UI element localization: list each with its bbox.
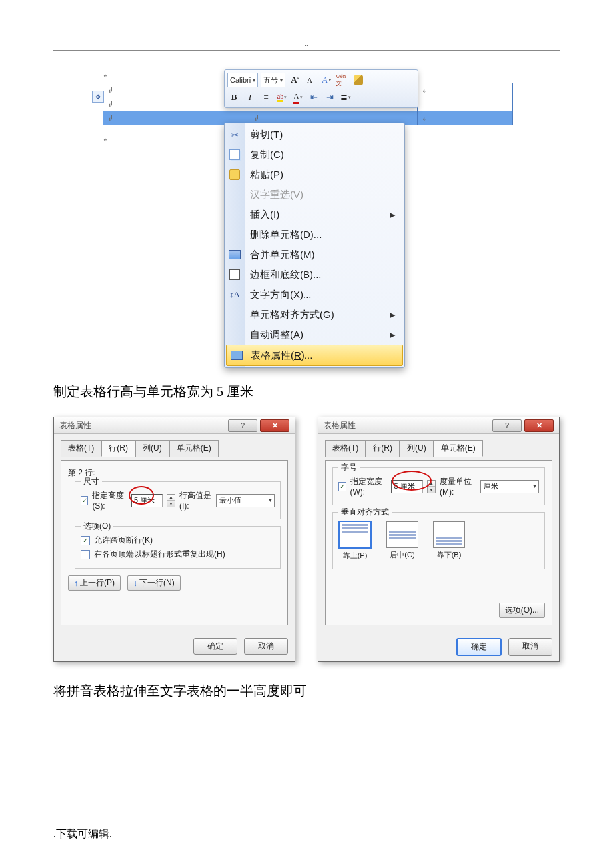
ok-button[interactable]: 确定: [193, 638, 237, 655]
dialog-tabs: 表格(T) 行(R) 列(U) 单元格(E): [325, 439, 552, 456]
menu-insert[interactable]: 插入(I)▶: [225, 205, 404, 225]
word-screenshot-1: ↲ ↲ ✥ ↲↲ ↲ ↲↲↲ Calibri▾ 五号▾ Aˆ Aˇ A▾ wén…: [93, 69, 520, 363]
ok-button[interactable]: 确定: [456, 638, 502, 656]
dialog-tabs: 表格(T) 行(R) 列(U) 单元格(E): [61, 439, 288, 456]
options-group-label: 选项(O): [81, 521, 113, 532]
font-name-dropdown[interactable]: Calibri▾: [227, 73, 258, 87]
dialog-title: 表格属性: [324, 420, 356, 431]
instruction-text-1: 制定表格行高与单元格宽为 5 厘米: [53, 383, 560, 401]
help-button[interactable]: ?: [492, 419, 522, 432]
specify-width-label: 指定宽度(W):: [350, 476, 388, 497]
instruction-text-2: 将拼音表格拉伸至文字表格的一半高度即可: [53, 682, 560, 700]
unit-select[interactable]: 厘米: [480, 480, 539, 493]
merge-cells-icon: [229, 249, 241, 261]
justify-button[interactable]: ≡: [259, 91, 273, 104]
specify-width-checkbox[interactable]: ✓: [338, 482, 346, 491]
menu-borders-shading[interactable]: 边框和底纹(B)...: [225, 265, 404, 285]
cut-icon: ✂: [229, 129, 241, 141]
valign-bottom-option[interactable]: 靠下(B): [433, 521, 465, 560]
italic-button[interactable]: I: [243, 91, 257, 104]
tab-table[interactable]: 表格(T): [325, 440, 366, 457]
table-properties-dialog-cell: 表格属性 ? ✕ 表格(T) 行(R) 列(U) 单元格(E) 字号 ✓: [318, 417, 560, 662]
repeat-header-label: 在各页顶端以标题行形式重复出现(H): [94, 549, 225, 560]
row-height-type-select[interactable]: 最小值: [216, 494, 275, 507]
brush-icon: [354, 75, 363, 85]
row-height-spinner[interactable]: ▲▼: [167, 494, 175, 507]
table-properties-icon: [231, 349, 243, 361]
bold-button[interactable]: B: [227, 91, 241, 104]
tab-cell[interactable]: 单元格(E): [434, 440, 483, 457]
highlight-button[interactable]: ab▾: [275, 91, 289, 104]
menu-text-direction[interactable]: ↕A文字方向(X)...: [225, 285, 404, 305]
repeat-header-checkbox[interactable]: [81, 550, 90, 559]
page-header-rule: [53, 50, 560, 51]
specify-height-checkbox[interactable]: ✓: [81, 496, 88, 505]
help-button[interactable]: ?: [228, 419, 257, 432]
dialog-titlebar[interactable]: 表格属性 ? ✕: [318, 417, 559, 434]
menu-merge-cells[interactable]: 合并单元格(M): [225, 245, 404, 265]
dialog-titlebar[interactable]: 表格属性 ? ✕: [54, 417, 295, 434]
menu-table-properties[interactable]: 表格属性(R)...: [226, 345, 403, 366]
font-size-dropdown[interactable]: 五号▾: [261, 73, 285, 87]
page-footer-note: .下载可编辑.: [53, 827, 112, 841]
valign-group-label: 垂直对齐方式: [338, 507, 392, 518]
grow-font-button[interactable]: Aˆ: [288, 73, 301, 87]
paragraph-mark: ↲: [103, 71, 109, 79]
tab-row[interactable]: 行(R): [366, 440, 400, 457]
submenu-arrow-icon: ▶: [390, 311, 395, 319]
table-properties-dialog-row: 表格属性 ? ✕ 表格(T) 行(R) 列(U) 单元格(E) 第 2 行: 尺…: [53, 417, 295, 662]
menu-autofit[interactable]: 自动调整(A)▶: [225, 325, 404, 345]
submenu-arrow-icon: ▶: [390, 331, 395, 339]
allow-break-checkbox[interactable]: ✓: [81, 536, 90, 545]
list-button[interactable]: ≣▾: [339, 91, 352, 104]
row-height-is-label: 行高值是(I):: [179, 490, 212, 511]
cell-width-spinner[interactable]: ▲▼: [427, 480, 436, 493]
tab-row[interactable]: 行(R): [101, 440, 135, 457]
phonetic-guide-button[interactable]: wén文: [336, 73, 349, 87]
style-button[interactable]: A▾: [320, 73, 333, 87]
close-button[interactable]: ✕: [260, 419, 289, 432]
menu-cell-alignment[interactable]: 单元格对齐方式(G)▶: [225, 305, 404, 325]
format-painter-button[interactable]: [352, 73, 365, 87]
text-direction-icon: ↕A: [229, 289, 241, 301]
increase-indent-button[interactable]: ⇥: [323, 91, 336, 104]
copy-icon: [229, 149, 241, 161]
row-height-input[interactable]: 5 厘米: [131, 494, 163, 507]
decrease-indent-button[interactable]: ⇤: [307, 91, 320, 104]
cancel-button[interactable]: 取消: [244, 638, 288, 655]
menu-delete-cells[interactable]: 删除单元格(D)...: [225, 225, 404, 245]
menu-paste[interactable]: 粘贴(P): [225, 165, 404, 185]
unit-label: 度量单位(M):: [440, 476, 476, 497]
submenu-arrow-icon: ▶: [390, 211, 395, 219]
next-row-button[interactable]: ↓下一行(N): [127, 575, 181, 591]
paragraph-mark: ↲: [103, 135, 109, 143]
size-group-label: 尺寸: [81, 476, 102, 487]
specify-height-label: 指定高度(S):: [92, 490, 127, 511]
valign-center-option[interactable]: 居中(C): [386, 521, 418, 560]
context-menu: ✂剪切(T) 复制(C) 粘贴(P) 汉字重选(V) 插入(I)▶ 删除单元格(…: [224, 123, 405, 368]
tab-table[interactable]: 表格(T): [61, 440, 101, 457]
cancel-button[interactable]: 取消: [508, 638, 552, 656]
menu-ime-reconvert: 汉字重选(V): [225, 185, 404, 205]
shrink-font-button[interactable]: Aˇ: [304, 73, 317, 87]
allow-break-label: 允许跨页断行(K): [94, 535, 153, 546]
dialog-title: 表格属性: [59, 420, 91, 431]
close-button[interactable]: ✕: [524, 419, 554, 432]
tab-column[interactable]: 列(U): [400, 440, 434, 457]
paste-icon: [229, 169, 241, 181]
tab-cell[interactable]: 单元格(E): [169, 440, 219, 457]
border-icon: [229, 269, 241, 281]
menu-cut[interactable]: ✂剪切(T): [225, 125, 404, 145]
size-group-label: 字号: [338, 462, 360, 473]
menu-copy[interactable]: 复制(C): [225, 145, 404, 165]
prev-row-button[interactable]: ↑上一行(P): [68, 575, 121, 591]
font-color-button[interactable]: A▾: [291, 91, 305, 104]
mini-toolbar: Calibri▾ 五号▾ Aˆ Aˇ A▾ wén文 B I ≡ ab▾ A▾ …: [224, 69, 418, 108]
valign-top-option[interactable]: 靠上(P): [338, 521, 372, 561]
cell-width-input[interactable]: 5 厘米: [391, 480, 423, 493]
tab-column[interactable]: 列(U): [135, 440, 169, 457]
cell-options-button[interactable]: 选项(O)...: [499, 603, 545, 618]
page-header-mark: ..: [53, 40, 560, 47]
